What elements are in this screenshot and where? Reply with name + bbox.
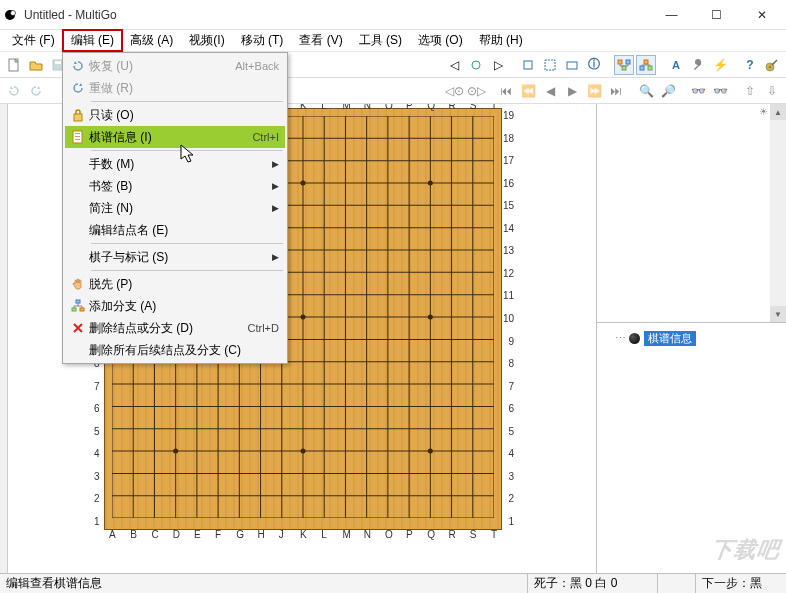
- watermark: 下载吧: [709, 535, 782, 565]
- maximize-button[interactable]: ☐: [694, 1, 739, 29]
- coord-row-right: 10: [503, 313, 514, 324]
- redo-button[interactable]: [26, 81, 46, 101]
- menu-item[interactable]: 棋谱信息 (I)Ctrl+I: [65, 126, 285, 148]
- menu-item[interactable]: 添加分支 (A): [65, 295, 285, 317]
- scrollbar-vertical[interactable]: ▲ ▼: [770, 104, 786, 322]
- menu-edit[interactable]: 编辑 (E): [63, 30, 122, 51]
- menu-item[interactable]: 只读 (O): [65, 104, 285, 126]
- prev-target-button[interactable]: ◁⊙: [444, 81, 464, 101]
- coord-col-top: M: [342, 104, 350, 111]
- new-file-button[interactable]: [4, 55, 24, 75]
- menu-video[interactable]: 视频(I): [181, 30, 232, 51]
- tree-button[interactable]: [614, 55, 634, 75]
- submenu-arrow-icon: ▶: [269, 252, 279, 262]
- undo-button[interactable]: [4, 81, 24, 101]
- lock-icon: [67, 108, 89, 122]
- binoculars2-button[interactable]: 👓: [710, 81, 730, 101]
- nav-fastfwd-button[interactable]: ⏩: [584, 81, 604, 101]
- coord-row-right: 2: [508, 493, 514, 504]
- coord-row-left: 6: [94, 403, 100, 414]
- menu-item[interactable]: 书签 (B)▶: [65, 175, 285, 197]
- guitar-icon[interactable]: [762, 55, 782, 75]
- tree-root-node[interactable]: ⋯ 棋谱信息: [615, 331, 696, 346]
- svg-line-17: [772, 60, 777, 65]
- menu-separator: [91, 150, 283, 151]
- nav-first-button[interactable]: ⏮: [496, 81, 516, 101]
- scroll-down-button[interactable]: ▼: [770, 306, 786, 322]
- menu-separator: [91, 101, 283, 102]
- tool-bolt-button[interactable]: ⚡: [710, 55, 730, 75]
- menu-item-accel: Ctrl+I: [252, 131, 279, 143]
- nav-last-button[interactable]: ⏭: [606, 81, 626, 101]
- svg-point-62: [173, 449, 178, 454]
- open-file-button[interactable]: [26, 55, 46, 75]
- menu-item[interactable]: 删除结点或分支 (D)Ctrl+D: [65, 317, 285, 339]
- rect-button[interactable]: [518, 55, 538, 75]
- nav-prev2-button[interactable]: ◁: [444, 55, 464, 75]
- tree-root-label: 棋谱信息: [644, 331, 696, 346]
- minimize-button[interactable]: —: [649, 1, 694, 29]
- menu-item: 重做 (R): [65, 77, 285, 99]
- select-button[interactable]: [540, 55, 560, 75]
- branch-icon: [67, 299, 89, 313]
- menu-options[interactable]: 选项 (O): [410, 30, 471, 51]
- coord-col-bottom: Q: [427, 529, 435, 540]
- coord-row-right: 16: [503, 178, 514, 189]
- coord-row-right: 4: [508, 448, 514, 459]
- svg-point-58: [428, 181, 433, 186]
- status-hint: 编辑查看棋谱信息: [0, 574, 528, 593]
- menu-item-label: 编辑结点名 (E): [89, 222, 279, 239]
- move-up-button[interactable]: ⇧: [740, 81, 760, 101]
- coord-col-bottom: P: [406, 529, 413, 540]
- menu-move[interactable]: 移动 (T): [233, 30, 292, 51]
- menu-help[interactable]: 帮助 (H): [471, 30, 531, 51]
- binoculars-button[interactable]: 👓: [688, 81, 708, 101]
- coord-col-top: L: [321, 104, 327, 111]
- status-next: 下一步：黑: [696, 574, 786, 593]
- move-down-button[interactable]: ⇩: [762, 81, 782, 101]
- nav-back-button[interactable]: ◀: [540, 81, 560, 101]
- menu-item[interactable]: 手数 (M)▶: [65, 153, 285, 175]
- svg-rect-11: [622, 66, 626, 70]
- menu-advanced[interactable]: 高级 (A): [122, 30, 181, 51]
- coord-row-right: 18: [503, 133, 514, 144]
- nav-fwd-button[interactable]: ▶: [562, 81, 582, 101]
- comment-pane[interactable]: ☀ ▲ ▼: [597, 104, 786, 323]
- info-button[interactable]: ⓘ: [584, 55, 604, 75]
- menu-item-label: 简注 (N): [89, 200, 269, 217]
- menu-item-label: 恢复 (U): [89, 58, 235, 75]
- binoculars-alt-button[interactable]: 🔎: [658, 81, 678, 101]
- menu-separator: [91, 243, 283, 244]
- scroll-up-button[interactable]: ▲: [770, 104, 786, 120]
- tool-wrench-button[interactable]: [688, 55, 708, 75]
- menu-tools[interactable]: 工具 (S): [351, 30, 410, 51]
- svg-point-64: [428, 449, 433, 454]
- menu-item: 恢复 (U)Alt+Back: [65, 55, 285, 77]
- menu-item[interactable]: 棋子与标记 (S)▶: [65, 246, 285, 268]
- menu-view[interactable]: 查看 (V): [291, 30, 350, 51]
- svg-point-57: [300, 181, 305, 186]
- menu-item-label: 添加分支 (A): [89, 298, 279, 315]
- next-target-button[interactable]: ⊙▷: [466, 81, 486, 101]
- menu-item-accel: Alt+Back: [235, 60, 279, 72]
- region-button[interactable]: [562, 55, 582, 75]
- help-button[interactable]: ?: [740, 55, 760, 75]
- close-button[interactable]: ✕: [739, 1, 784, 29]
- coord-col-bottom: S: [470, 529, 477, 540]
- tree-connector: ⋯: [615, 332, 625, 345]
- coord-col-bottom: L: [321, 529, 327, 540]
- coord-row-right: 1: [508, 516, 514, 527]
- menu-item[interactable]: 简注 (N)▶: [65, 197, 285, 219]
- nav-fastback-button[interactable]: ⏪: [518, 81, 538, 101]
- branch-button[interactable]: [636, 55, 656, 75]
- menu-item[interactable]: 编辑结点名 (E): [65, 219, 285, 241]
- menu-item-label: 棋谱信息 (I): [89, 129, 252, 146]
- menu-file[interactable]: 文件 (F): [4, 30, 63, 51]
- coord-col-top: Q: [427, 104, 435, 111]
- binoculars-a-button[interactable]: 🔍: [636, 81, 656, 101]
- nav-next2-button[interactable]: ▷: [488, 55, 508, 75]
- menu-item[interactable]: 脱先 (P): [65, 273, 285, 295]
- circle-button[interactable]: [466, 55, 486, 75]
- menu-item[interactable]: 删除所有后续结点及分支 (C): [65, 339, 285, 361]
- text-a-button[interactable]: A: [666, 55, 686, 75]
